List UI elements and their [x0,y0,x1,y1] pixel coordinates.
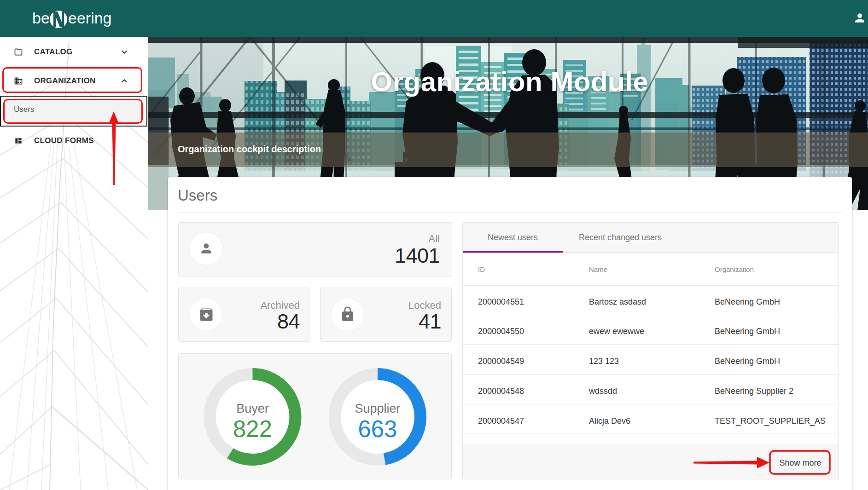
svg-text:be: be [32,9,50,27]
svg-text:822: 822 [233,416,272,442]
svg-text:Buyer: Buyer [236,402,269,415]
svg-text:Supplier: Supplier [355,402,400,415]
svg-text:663: 663 [358,416,397,442]
svg-text:eering: eering [68,9,112,27]
